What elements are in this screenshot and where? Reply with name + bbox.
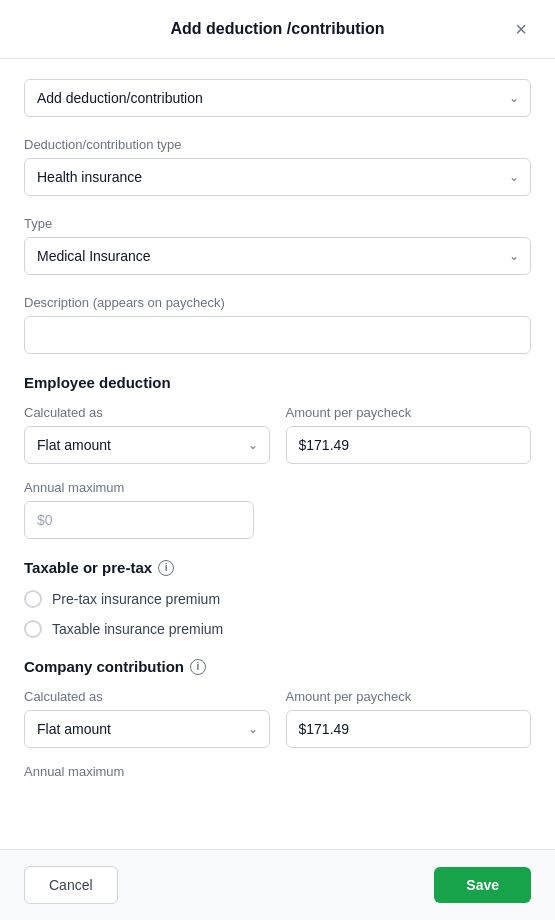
company-annual-max-label: Annual maximum (24, 764, 531, 779)
company-amount-input[interactable] (286, 710, 532, 748)
description-label: Description (appears on paycheck) (24, 295, 531, 310)
taxable-info-icon[interactable]: i (158, 560, 174, 576)
cancel-button[interactable]: Cancel (24, 866, 118, 904)
employee-deduction-title: Employee deduction (24, 374, 531, 391)
company-amount-group: Amount per paycheck (286, 689, 532, 748)
employee-calculated-as-label: Calculated as (24, 405, 270, 420)
description-input[interactable] (24, 316, 531, 354)
top-dropdown-group: Add deduction/contribution ⌄ (24, 79, 531, 117)
employee-calculated-as-wrapper: Flat amount ⌄ (24, 426, 270, 464)
type-select[interactable]: Medical Insurance (24, 237, 531, 275)
employee-annual-max-input[interactable] (24, 501, 254, 539)
company-calculated-as-wrapper: Flat amount ⌄ (24, 710, 270, 748)
taxable-label: Taxable insurance premium (52, 621, 223, 637)
close-icon: × (515, 18, 527, 41)
company-annual-max-group: Annual maximum (24, 764, 531, 779)
employee-annual-max-group: Annual maximum (24, 480, 531, 539)
company-contribution-section: Company contribution i Calculated as Fla… (24, 658, 531, 779)
deduction-type-select-wrapper: Health insurance ⌄ (24, 158, 531, 196)
modal-body: Add deduction/contribution ⌄ Deduction/c… (0, 59, 555, 849)
company-contribution-row: Calculated as Flat amount ⌄ Amount per p… (24, 689, 531, 748)
company-amount-label: Amount per paycheck (286, 689, 532, 704)
top-dropdown[interactable]: Add deduction/contribution (24, 79, 531, 117)
modal-header: Add deduction /contribution × (0, 0, 555, 59)
modal-title: Add deduction /contribution (170, 20, 384, 38)
employee-amount-label: Amount per paycheck (286, 405, 532, 420)
top-dropdown-wrapper: Add deduction/contribution ⌄ (24, 79, 531, 117)
employee-amount-group: Amount per paycheck (286, 405, 532, 464)
taxable-option[interactable]: Taxable insurance premium (24, 620, 531, 638)
employee-deduction-row: Calculated as Flat amount ⌄ Amount per p… (24, 405, 531, 464)
employee-deduction-section: Employee deduction Calculated as Flat am… (24, 374, 531, 539)
employee-annual-max-label: Annual maximum (24, 480, 531, 495)
company-calculated-as-label: Calculated as (24, 689, 270, 704)
pre-tax-label: Pre-tax insurance premium (52, 591, 220, 607)
taxable-section: Taxable or pre-tax i Pre-tax insurance p… (24, 559, 531, 638)
add-deduction-modal: Add deduction /contribution × Add deduct… (0, 0, 555, 920)
pre-tax-radio[interactable] (24, 590, 42, 608)
employee-amount-input[interactable] (286, 426, 532, 464)
taxable-radio-group: Pre-tax insurance premium Taxable insura… (24, 590, 531, 638)
type-group: Type Medical Insurance ⌄ (24, 216, 531, 275)
taxable-radio[interactable] (24, 620, 42, 638)
modal-footer: Cancel Save (0, 849, 555, 920)
taxable-title: Taxable or pre-tax (24, 559, 152, 576)
company-contribution-title: Company contribution (24, 658, 184, 675)
employee-calculated-as-group: Calculated as Flat amount ⌄ (24, 405, 270, 464)
deduction-type-select[interactable]: Health insurance (24, 158, 531, 196)
description-group: Description (appears on paycheck) (24, 295, 531, 354)
taxable-section-header: Taxable or pre-tax i (24, 559, 531, 576)
type-label: Type (24, 216, 531, 231)
close-button[interactable]: × (507, 15, 535, 43)
company-contribution-header: Company contribution i (24, 658, 531, 675)
deduction-type-label: Deduction/contribution type (24, 137, 531, 152)
company-contribution-info-icon[interactable]: i (190, 659, 206, 675)
pre-tax-option[interactable]: Pre-tax insurance premium (24, 590, 531, 608)
company-calculated-as-group: Calculated as Flat amount ⌄ (24, 689, 270, 748)
deduction-type-group: Deduction/contribution type Health insur… (24, 137, 531, 196)
save-button[interactable]: Save (434, 867, 531, 903)
employee-calculated-as-select[interactable]: Flat amount (24, 426, 270, 464)
company-calculated-as-select[interactable]: Flat amount (24, 710, 270, 748)
type-select-wrapper: Medical Insurance ⌄ (24, 237, 531, 275)
